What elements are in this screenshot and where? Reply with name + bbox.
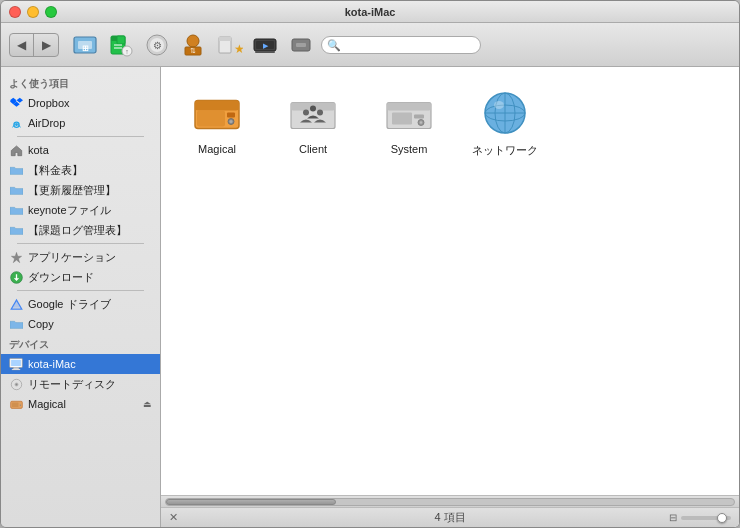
- sidebar-item-kota[interactable]: kota: [1, 140, 160, 160]
- svg-marker-26: [16, 97, 23, 102]
- applications-icon: [9, 250, 23, 264]
- folder-kadai-icon: [9, 223, 23, 237]
- airdrop-icon: [9, 116, 23, 130]
- gdrive-icon: [9, 297, 23, 311]
- svg-point-30: [15, 123, 18, 126]
- toolbar-icon-7[interactable]: [285, 29, 317, 61]
- toolbar-icon-3[interactable]: ⚙: [141, 29, 173, 61]
- svg-point-41: [15, 383, 17, 385]
- search-wrapper: 🔍: [321, 36, 481, 54]
- sidebar-item-magical[interactable]: Magical ⏏: [1, 394, 160, 414]
- remote-disk-icon: [9, 377, 23, 391]
- sidebar-item-koushin[interactable]: 【更新履歴管理】: [1, 180, 160, 200]
- sidebar-label-applications: アプリケーション: [28, 250, 116, 265]
- svg-rect-59: [414, 115, 424, 119]
- home-icon: [9, 143, 23, 157]
- forward-button[interactable]: ▶: [34, 34, 58, 56]
- folder-keynote-icon: [9, 203, 23, 217]
- toolbar-icon-2[interactable]: ↑: [105, 29, 137, 61]
- minimize-button[interactable]: [27, 6, 39, 18]
- svg-rect-47: [197, 111, 225, 127]
- search-input[interactable]: [321, 36, 481, 54]
- maximize-button[interactable]: [45, 6, 57, 18]
- status-right: ⊟: [669, 512, 731, 523]
- content-area: Magical: [161, 67, 739, 527]
- sidebar-item-airdrop[interactable]: AirDrop: [1, 113, 160, 133]
- search-icon: 🔍: [327, 38, 341, 51]
- svg-rect-21: [255, 51, 275, 53]
- file-label-magical: Magical: [198, 143, 236, 155]
- file-item-magical[interactable]: Magical: [177, 83, 257, 162]
- toolbar-icon-1[interactable]: ⊞: [69, 29, 101, 61]
- file-icon-client: [287, 87, 339, 139]
- eject-icon[interactable]: ⏏: [143, 399, 152, 409]
- folder-ryokin-icon: [9, 163, 23, 177]
- svg-point-50: [230, 120, 233, 123]
- sidebar-label-magical: Magical: [28, 398, 66, 410]
- toolbar-icon-5[interactable]: ★: [213, 29, 245, 61]
- main-area: よく使う項目 Dropbox: [1, 67, 739, 527]
- sidebar: よく使う項目 Dropbox: [1, 67, 161, 527]
- sidebar-item-remote[interactable]: リモートディスク: [1, 374, 160, 394]
- back-button[interactable]: ◀: [10, 34, 34, 56]
- sidebar-item-kota-imac[interactable]: kota-iMac: [1, 354, 160, 374]
- sidebar-label-gdrive: Google ドライブ: [28, 297, 111, 312]
- sidebar-item-ryokin[interactable]: 【料金表】: [1, 160, 160, 180]
- file-label-network: ネットワーク: [472, 143, 538, 158]
- sidebar-item-kadai[interactable]: 【課題ログ管理表】: [1, 220, 160, 240]
- nav-buttons: ◀ ▶: [9, 33, 59, 57]
- slider-thumb[interactable]: [717, 513, 727, 523]
- sidebar-item-applications[interactable]: アプリケーション: [1, 247, 160, 267]
- file-label-system: System: [391, 143, 428, 155]
- content-main: Magical: [161, 67, 739, 495]
- svg-rect-46: [195, 101, 239, 111]
- scrollbar-track[interactable]: [165, 498, 735, 506]
- sidebar-label-airdrop: AirDrop: [28, 117, 65, 129]
- file-icon-system: [383, 87, 435, 139]
- svg-point-61: [420, 121, 422, 123]
- svg-rect-38: [12, 369, 20, 370]
- sidebar-label-kota: kota: [28, 144, 49, 156]
- file-item-network[interactable]: ネットワーク: [465, 83, 545, 162]
- svg-point-67: [494, 101, 504, 109]
- svg-point-55: [310, 106, 316, 112]
- sidebar-label-dropbox: Dropbox: [28, 97, 70, 109]
- scrollbar-thumb[interactable]: [166, 499, 336, 505]
- svg-point-53: [303, 110, 309, 116]
- toolbar: ◀ ▶ ⊞ ↑ ⚙: [1, 23, 739, 67]
- toolbar-icon-6[interactable]: ▶: [249, 29, 281, 61]
- svg-text:↑: ↑: [125, 48, 129, 55]
- close-status-icon[interactable]: ✕: [169, 511, 178, 524]
- svg-text:⊞: ⊞: [82, 44, 89, 53]
- magical-drive-icon: [9, 397, 23, 411]
- sidebar-item-keynote[interactable]: keynoteファイル: [1, 200, 160, 220]
- sidebar-label-kota-imac: kota-iMac: [28, 358, 76, 370]
- close-button[interactable]: [9, 6, 21, 18]
- divider-2: [17, 243, 144, 244]
- dropbox-icon: [9, 96, 23, 110]
- section-label-favorites: よく使う項目: [1, 73, 160, 93]
- svg-point-13: [187, 35, 199, 47]
- item-count-label: 4 項目: [434, 510, 465, 525]
- file-icon-network: [479, 87, 531, 139]
- sidebar-item-downloads[interactable]: ダウンロード: [1, 267, 160, 287]
- sidebar-item-dropbox[interactable]: Dropbox: [1, 93, 160, 113]
- window-title: kota-iMac: [345, 6, 396, 18]
- svg-rect-36: [11, 360, 21, 366]
- toolbar-icon-4[interactable]: ⇅: [177, 29, 209, 61]
- file-item-system[interactable]: System: [369, 83, 449, 162]
- view-size-slider[interactable]: [681, 516, 731, 520]
- horizontal-scrollbar[interactable]: [161, 495, 739, 507]
- sidebar-label-ryokin: 【料金表】: [28, 163, 83, 178]
- divider-1: [17, 136, 144, 137]
- title-bar: kota-iMac: [1, 1, 739, 23]
- downloads-icon: [9, 270, 23, 284]
- sidebar-item-gdrive[interactable]: Google ドライブ: [1, 294, 160, 314]
- sidebar-label-kadai: 【課題ログ管理表】: [28, 223, 127, 238]
- svg-rect-37: [13, 368, 19, 369]
- svg-rect-44: [19, 404, 20, 405]
- sidebar-label-koushin: 【更新履歴管理】: [28, 183, 116, 198]
- svg-point-54: [317, 110, 323, 116]
- file-item-client[interactable]: Client: [273, 83, 353, 162]
- sidebar-item-copy[interactable]: Copy: [1, 314, 160, 334]
